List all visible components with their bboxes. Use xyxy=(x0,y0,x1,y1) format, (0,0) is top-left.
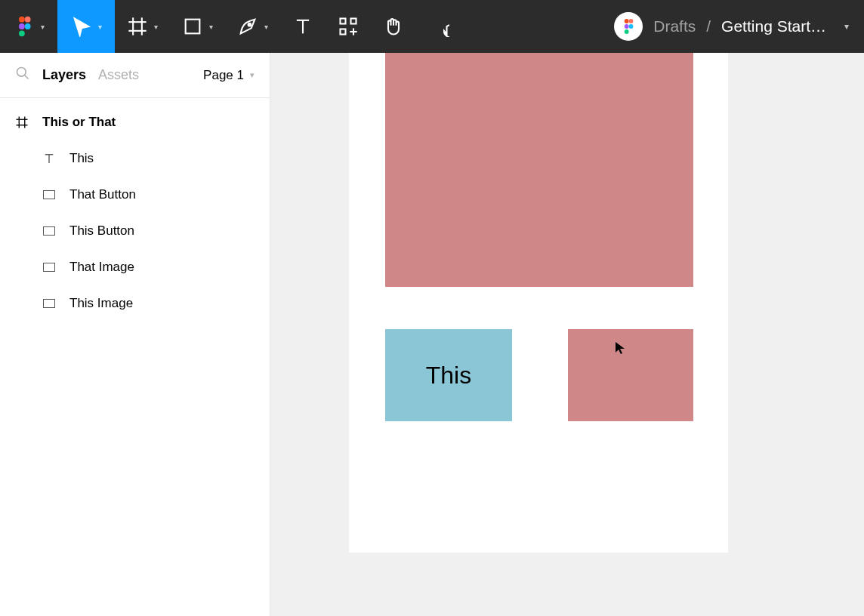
this-button-text: This xyxy=(426,362,471,390)
svg-point-22 xyxy=(625,29,629,34)
pen-icon xyxy=(237,16,258,37)
tab-assets[interactable]: Assets xyxy=(98,67,139,83)
text-tool-button[interactable] xyxy=(280,0,326,53)
layer-item[interactable]: That Button xyxy=(0,177,270,213)
rectangle-icon xyxy=(42,224,56,238)
svg-point-23 xyxy=(17,68,26,77)
frame-icon xyxy=(127,16,148,37)
svg-rect-13 xyxy=(341,19,346,24)
search-icon[interactable] xyxy=(15,66,30,85)
rectangle-icon xyxy=(42,260,56,274)
comment-icon xyxy=(428,16,449,37)
artboard-this-or-that[interactable]: This xyxy=(349,53,728,553)
layer-item[interactable]: This Image xyxy=(0,285,270,322)
svg-point-0 xyxy=(19,17,25,23)
svg-point-3 xyxy=(24,23,30,29)
panel-header: Layers Assets Page 1 ▾ xyxy=(0,53,270,98)
top-toolbar: ▾ ▾ ▾ ▾ ▾ xyxy=(0,0,864,53)
figma-menu-button[interactable]: ▾ xyxy=(0,0,57,53)
svg-line-24 xyxy=(25,75,29,79)
breadcrumb-file-name[interactable]: Getting Start… xyxy=(721,17,826,35)
layer-label: This or That xyxy=(42,115,116,130)
comment-tool-button[interactable] xyxy=(416,0,461,53)
resources-tool-button[interactable] xyxy=(326,0,371,53)
layer-label: That Image xyxy=(69,260,134,275)
this-button-rect[interactable]: This xyxy=(385,329,512,421)
that-image-rect[interactable] xyxy=(385,53,693,287)
svg-point-20 xyxy=(625,24,629,29)
svg-rect-15 xyxy=(341,29,346,35)
shape-tool-button[interactable]: ▾ xyxy=(170,0,225,53)
figma-badge-icon[interactable] xyxy=(614,12,643,41)
layer-item[interactable]: This Button xyxy=(0,213,270,249)
rectangle-icon xyxy=(42,297,56,310)
breadcrumb-separator: / xyxy=(706,17,711,35)
move-tool-button[interactable]: ▾ xyxy=(57,0,115,53)
layer-label: This Image xyxy=(69,296,133,311)
svg-point-19 xyxy=(629,19,634,23)
layers-panel: Layers Assets Page 1 ▾ This or That This xyxy=(0,53,270,616)
page-selector-label: Page 1 xyxy=(203,68,244,83)
chevron-down-icon: ▾ xyxy=(98,23,102,31)
svg-point-18 xyxy=(625,19,629,23)
chevron-down-icon: ▾ xyxy=(250,70,255,80)
cursor-arrow-icon xyxy=(71,16,92,37)
page-selector[interactable]: Page 1 ▾ xyxy=(203,68,255,83)
svg-rect-9 xyxy=(186,20,200,34)
layer-label: This Button xyxy=(69,223,134,239)
layer-item[interactable]: This xyxy=(0,140,270,177)
svg-point-2 xyxy=(19,23,25,29)
svg-point-4 xyxy=(19,30,25,36)
hand-icon xyxy=(383,16,404,37)
layer-label: This xyxy=(69,151,94,166)
layer-item[interactable]: That Image xyxy=(0,249,270,285)
layer-list: This or That This That Button This Butto… xyxy=(0,98,270,328)
tab-layers[interactable]: Layers xyxy=(42,67,86,83)
file-breadcrumb: Drafts / Getting Start… ▾ xyxy=(614,12,864,41)
svg-point-10 xyxy=(248,23,251,26)
rectangle-icon xyxy=(182,16,203,37)
hand-tool-button[interactable] xyxy=(371,0,416,53)
layer-label: That Button xyxy=(69,187,136,202)
svg-point-21 xyxy=(629,24,634,29)
chevron-down-icon: ▾ xyxy=(264,23,268,31)
svg-point-1 xyxy=(24,17,30,23)
pen-tool-button[interactable]: ▾ xyxy=(225,0,280,53)
text-icon xyxy=(292,16,313,37)
canvas[interactable]: This xyxy=(270,53,864,616)
frame-tool-button[interactable]: ▾ xyxy=(115,0,170,53)
chevron-down-icon: ▾ xyxy=(41,23,45,31)
rectangle-icon xyxy=(42,188,56,202)
svg-rect-14 xyxy=(351,19,356,24)
figma-logo-icon xyxy=(14,16,35,37)
resources-icon xyxy=(338,16,359,37)
frame-icon xyxy=(15,116,29,129)
chevron-down-icon[interactable]: ▾ xyxy=(844,21,849,32)
that-button-rect[interactable] xyxy=(568,329,693,421)
breadcrumb-drafts[interactable]: Drafts xyxy=(653,17,696,35)
chevron-down-icon: ▾ xyxy=(154,23,158,31)
layer-frame[interactable]: This or That xyxy=(0,104,270,140)
text-icon xyxy=(42,152,56,165)
chevron-down-icon: ▾ xyxy=(209,23,213,31)
